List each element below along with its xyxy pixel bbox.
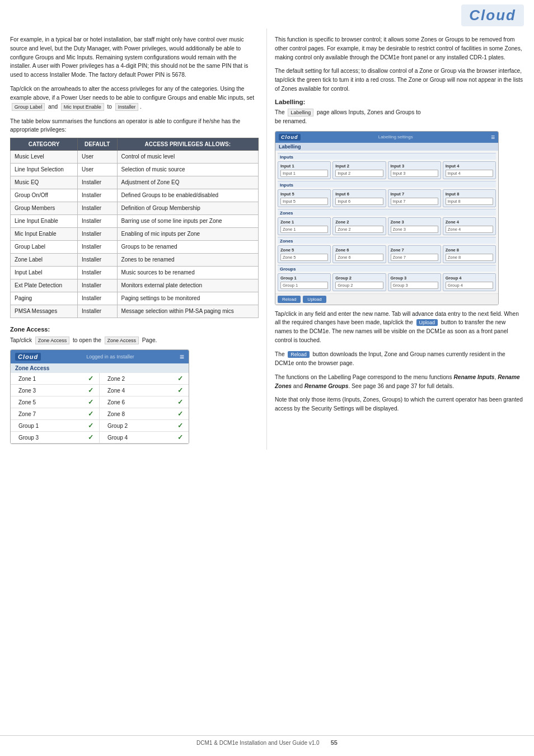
labelling-input[interactable] xyxy=(280,254,328,261)
check-icon: ✓ xyxy=(177,386,183,394)
zone-access-cell[interactable]: Zone 8✓ xyxy=(100,408,189,420)
table-cell: Paging xyxy=(11,292,78,305)
table-cell: Line Input Selection xyxy=(11,164,78,176)
table-cell: Installer xyxy=(78,241,117,254)
labelling-intro: The Labelling page allows Inputs, Zones … xyxy=(275,108,524,126)
labelling-cell-label: Zone 2 xyxy=(335,220,383,225)
right-column: This function is specific to browser con… xyxy=(267,29,534,450)
zone-access-cell[interactable]: Group 4✓ xyxy=(100,432,189,444)
labelling-cell: Zone 1 xyxy=(278,217,331,235)
upload-button[interactable]: Upload xyxy=(303,296,326,303)
table-cell: Installer xyxy=(78,215,117,228)
col-header-default: DEFAULT xyxy=(78,138,117,151)
table-cell: Installer xyxy=(78,279,117,292)
intro-paragraph: For example, in a typical bar or hotel i… xyxy=(10,35,259,80)
col-header-access: ACCESS PRIVILEGES ALLOWS: xyxy=(117,138,258,151)
zone-access-cell[interactable]: Zone 4✓ xyxy=(100,385,189,396)
check-icon: ✓ xyxy=(177,422,183,430)
labelling-cell: Input 8 xyxy=(443,189,496,207)
zone-access-cell[interactable]: Zone 3✓ xyxy=(11,385,100,396)
labelling-cell-label: Zone 6 xyxy=(335,248,383,253)
labelling-cell: Zone 3 xyxy=(388,217,441,235)
labelling-cell: Group 4 xyxy=(443,273,496,291)
table-section: The table below summarises the functions… xyxy=(10,117,259,319)
labelling-menu-icon[interactable]: ≡ xyxy=(491,133,495,141)
zone-access-cell[interactable]: Zone 1✓ xyxy=(11,373,100,385)
table-cell: Ext Plate Detection xyxy=(11,279,78,292)
widget-grid: Zone 1✓Zone 2✓Zone 3✓Zone 4✓Zone 5✓Zone … xyxy=(11,373,189,444)
labelling-input[interactable] xyxy=(335,226,383,233)
labelling-input[interactable] xyxy=(446,254,493,261)
table-cell: Selection of music source xyxy=(117,164,258,176)
table-cell: Music EQ xyxy=(11,176,78,189)
table-cell: Installer xyxy=(78,176,117,189)
zone-access-cell[interactable]: Zone 6✓ xyxy=(100,396,189,408)
check-icon: ✓ xyxy=(177,375,183,382)
zone-access-cell[interactable]: Zone 7✓ xyxy=(11,408,100,420)
privileges-table: CATEGORY DEFAULT ACCESS PRIVILEGES ALLOW… xyxy=(10,138,259,318)
table-row: Music EQInstallerAdjustment of Zone EQ xyxy=(11,176,259,189)
labelling-widget-header: Cloud Labelling settings ≡ xyxy=(275,132,498,143)
labelling-cell-label: Input 2 xyxy=(335,164,383,169)
zone-access-cell[interactable]: Group 1✓ xyxy=(11,420,100,432)
table-row: Music LevelUserControl of music level xyxy=(11,151,259,164)
left-column: For example, in a typical bar or hotel i… xyxy=(0,29,267,450)
labelling-heading: Labelling: xyxy=(275,99,524,105)
labelling-cell-label: Input 6 xyxy=(335,192,383,197)
labelling-input[interactable] xyxy=(446,282,493,289)
labelling-cell: Input 6 xyxy=(332,189,386,207)
table-cell: Barring use of some line inputs per Zone xyxy=(117,215,258,228)
zone-access-cell[interactable]: Group 2✓ xyxy=(100,420,189,432)
cloud-logo: Cloud xyxy=(461,4,524,26)
labelling-cell-label: Input 8 xyxy=(446,192,493,197)
labelling-input[interactable] xyxy=(335,170,383,177)
labelling-input[interactable] xyxy=(280,282,328,289)
labelling-widget-title: Labelling xyxy=(275,143,498,151)
zone-label: Zone 5 xyxy=(18,399,36,405)
table-cell: Group Label xyxy=(11,241,78,254)
right-para2: The default setting for full access; to … xyxy=(275,67,524,93)
right-para4: The Reload button downloads the Input, Z… xyxy=(275,350,524,368)
table-cell: Music Level xyxy=(11,151,78,164)
labelling-row-header: Zones xyxy=(278,209,496,216)
labelling-cell-label: Input 1 xyxy=(280,164,328,169)
zone-label: Zone 3 xyxy=(18,388,36,394)
table-row: Ext Plate DetectionInstallerMonitors ext… xyxy=(11,279,259,292)
reload-button[interactable]: Reload xyxy=(278,296,301,303)
zone-access-cell[interactable]: Zone 5✓ xyxy=(11,396,100,408)
labelling-input[interactable] xyxy=(446,198,493,205)
labelling-input[interactable] xyxy=(391,282,438,289)
check-icon: ✓ xyxy=(88,398,93,406)
labelling-cell-label: Zone 3 xyxy=(391,220,438,225)
zone-access-cell[interactable]: Group 3✓ xyxy=(11,432,100,444)
check-icon: ✓ xyxy=(88,410,93,418)
zone-label: Zone 2 xyxy=(107,376,125,382)
table-cell: PMSA Messages xyxy=(11,305,78,318)
labelling-input[interactable] xyxy=(391,226,438,233)
labelling-cell: Group 2 xyxy=(332,273,386,291)
labelling-input[interactable] xyxy=(335,254,383,261)
labelling-input[interactable] xyxy=(446,226,493,233)
table-cell: Enabling of mic inputs per Zone xyxy=(117,228,258,241)
table-cell: Message selection within PM-SA paging mi… xyxy=(117,305,258,318)
labelling-cell-label: Group 4 xyxy=(446,276,493,281)
table-cell: Group On/Off xyxy=(11,189,78,202)
labelling-cell-label: Input 7 xyxy=(391,192,438,197)
labelling-input[interactable] xyxy=(391,254,438,261)
labelling-input[interactable] xyxy=(335,198,383,205)
widget-menu-icon[interactable]: ≡ xyxy=(180,352,184,361)
labelling-input[interactable] xyxy=(391,170,438,177)
widget-cloud-logo: Cloud xyxy=(15,353,41,361)
labelling-input[interactable] xyxy=(335,282,383,289)
zone-access-cell[interactable]: Zone 2✓ xyxy=(100,373,189,385)
labelling-input[interactable] xyxy=(446,170,493,177)
labelling-cell: Group 1 xyxy=(278,273,331,291)
labelling-input[interactable] xyxy=(280,226,328,233)
table-cell: Installer xyxy=(78,267,117,279)
labelling-input[interactable] xyxy=(280,198,328,205)
labelling-input[interactable] xyxy=(280,170,328,177)
labelling-cell-label: Zone 4 xyxy=(446,220,493,225)
table-cell: Installer xyxy=(78,202,117,215)
zone-label: Zone 1 xyxy=(18,376,36,382)
labelling-input[interactable] xyxy=(391,198,438,205)
